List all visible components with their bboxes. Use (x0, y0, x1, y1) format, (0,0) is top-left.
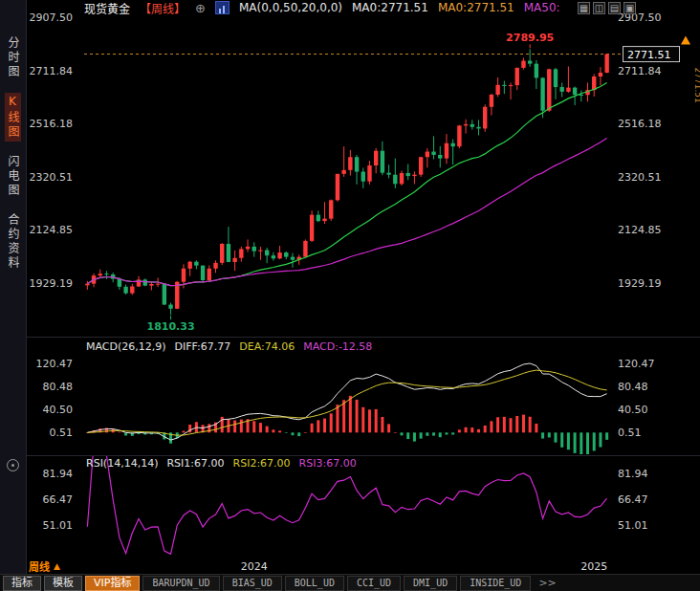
svg-text:1929.19: 1929.19 (30, 277, 74, 290)
svg-text:120.47: 120.47 (36, 358, 74, 370)
svg-text:0.51: 0.51 (50, 427, 74, 439)
candles-layer (85, 49, 609, 315)
svg-text:2711.84: 2711.84 (30, 65, 74, 77)
layout-grid-icon[interactable]: ▦ (578, 2, 590, 14)
rsi-title: RSI(14,14,14) (86, 457, 158, 470)
rsi3-value: RSI3:67.00 (299, 457, 357, 470)
sidebar-item-contract-info[interactable]: 合约资料 (5, 211, 21, 273)
svg-text:2907.50: 2907.50 (30, 11, 74, 24)
svg-text:2025: 2025 (580, 560, 607, 573)
svg-text:40.50: 40.50 (43, 404, 74, 416)
svg-text:2124.85: 2124.85 (30, 224, 74, 236)
svg-text:66.47: 66.47 (43, 493, 74, 506)
chevron-up-icon: ▲ (54, 561, 60, 571)
svg-text:81.94: 81.94 (43, 468, 74, 480)
svg-text:2516.18: 2516.18 (30, 118, 74, 130)
macd-panel-header: MACD(26,12,9) DIFF:67.77 DEA:74.06 MACD:… (86, 340, 372, 353)
rsi2-value: RSI2:67.00 (233, 457, 291, 470)
sidebar-item-flash-chart[interactable]: 闪电图 (5, 153, 21, 200)
period-tag: 【周线】 (140, 0, 186, 16)
svg-text:2320.51: 2320.51 (30, 171, 74, 184)
svg-text:66.47: 66.47 (618, 493, 648, 506)
indicator-tab-bar: 指标 模板 VIP指标 BARUPDN_UD BIAS_UD BOLL_UD C… (0, 574, 700, 591)
ma-params-label: MA(0,0,50,20,0,0) (239, 1, 342, 14)
tab-templates[interactable]: 模板 (44, 576, 82, 591)
svg-text:2771.51: 2771.51 (627, 49, 671, 61)
macd-dea-value: DEA:74.06 (239, 340, 295, 353)
tab-boll-ud[interactable]: BOLL_UD (285, 576, 344, 591)
macd-bar-value: MACD:-12.58 (303, 340, 372, 353)
ma0-value: MA0:2771.51 (352, 1, 428, 14)
svg-text:2024: 2024 (241, 560, 268, 573)
x-axis-year-labels: 20242025 (241, 560, 607, 573)
tab-cci-ud[interactable]: CCI_UD (347, 576, 401, 591)
price-annotations: 2789.951810.33 (146, 32, 554, 333)
tab-barupdn-ud[interactable]: BARUPDN_UD (142, 576, 219, 591)
chart-type-icon[interactable] (215, 1, 230, 14)
svg-text:2320.51: 2320.51 (618, 171, 662, 184)
rsi-panel-header: RSI(14,14,14) RSI1:67.00 RSI2:67.00 RSI3… (86, 457, 357, 470)
ma50-label: MA50: (524, 1, 560, 14)
svg-text:1810.33: 1810.33 (146, 320, 194, 333)
svg-text:40.50: 40.50 (618, 404, 648, 416)
window-layout-controls: ▦ ◫ ▤ ▣ (578, 2, 636, 14)
tab-bias-ud[interactable]: BIAS_UD (223, 576, 282, 591)
svg-text:2124.85: 2124.85 (618, 224, 662, 236)
svg-text:2789.95: 2789.95 (506, 32, 554, 44)
layout-horizontal-split-icon[interactable]: ▤ (608, 2, 621, 14)
macd-diff-value: DIFF:67.77 (175, 340, 231, 353)
svg-text:1929.19: 1929.19 (618, 277, 662, 290)
ma0-value-secondary: MA0:2771.51 (438, 1, 514, 14)
tab-vip-indicators[interactable]: VIP指标 (85, 576, 140, 591)
layout-vertical-split-icon[interactable]: ◫ (593, 2, 605, 14)
svg-text:2516.18: 2516.18 (618, 118, 662, 130)
rsi1-value: RSI1:67.00 (166, 457, 224, 470)
svg-text:2771.51: 2771.51 (693, 68, 700, 103)
left-sidebar: 分时图 K线图 闪电图 合约资料 (0, 0, 27, 574)
period-selector[interactable]: 周线 ▲ (29, 558, 60, 574)
trading-app-window: 2907.502907.502711.842711.842516.182516.… (0, 0, 700, 591)
chart-toolbar: 现货黄金 【周线】 ⊕ MA(0,0,50,20,0,0) MA0:2771.5… (84, 1, 560, 14)
svg-text:80.48: 80.48 (618, 381, 648, 393)
candlestick-chart[interactable]: 2907.502907.502711.842711.842516.182516.… (0, 0, 700, 591)
svg-text:120.47: 120.47 (618, 358, 655, 370)
macd-layer (86, 363, 608, 455)
svg-text:80.48: 80.48 (43, 381, 74, 393)
svg-text:51.01: 51.01 (43, 519, 74, 532)
tab-indicators[interactable]: 指标 (3, 576, 41, 591)
tab-inside-ud[interactable]: INSIDE_UD (460, 576, 531, 591)
latest-price-marker (681, 36, 690, 45)
sidebar-item-timeline-chart[interactable]: 分时图 (5, 34, 21, 81)
period-selector-label: 周线 (29, 558, 50, 574)
sidebar-item-kline-chart[interactable]: K线图 (5, 93, 21, 142)
add-indicator-icon[interactable]: ⊕ (195, 1, 206, 15)
svg-text:51.01: 51.01 (618, 519, 648, 532)
more-tabs-button[interactable]: >> (534, 577, 560, 589)
macd-title: MACD(26,12,9) (86, 340, 166, 353)
svg-text:0.51: 0.51 (618, 427, 642, 439)
tab-dmi-ud[interactable]: DMI_UD (404, 576, 457, 591)
symbol-title: 现货黄金 (84, 0, 130, 16)
ma-lines-layer (87, 83, 606, 286)
svg-text:2711.84: 2711.84 (618, 65, 662, 77)
layout-single-icon[interactable]: ▣ (623, 2, 636, 14)
target-icon[interactable] (7, 459, 19, 471)
svg-text:81.94: 81.94 (618, 468, 648, 480)
